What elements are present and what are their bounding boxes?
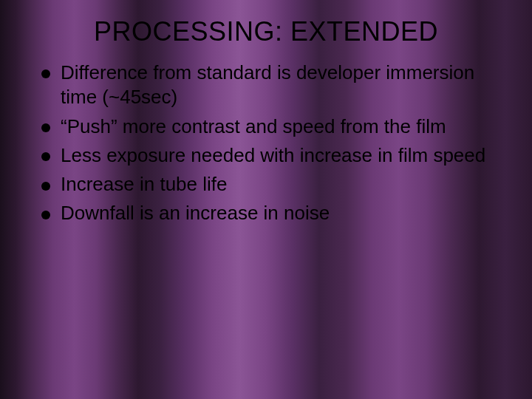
list-item: Downfall is an increase in noise: [41, 201, 502, 225]
list-item: Less exposure needed with increase in fi…: [41, 143, 502, 168]
slide-title: PROCESSING: EXTENDED: [0, 0, 532, 61]
bullet-list: Difference from standard is developer im…: [41, 61, 502, 226]
list-item: “Push” more contrast and speed from the …: [41, 115, 502, 139]
list-item: Increase in tube life: [41, 172, 502, 197]
list-item: Difference from standard is developer im…: [41, 61, 502, 110]
slide: PROCESSING: EXTENDED Difference from sta…: [0, 0, 532, 399]
slide-content: Difference from standard is developer im…: [0, 61, 532, 226]
